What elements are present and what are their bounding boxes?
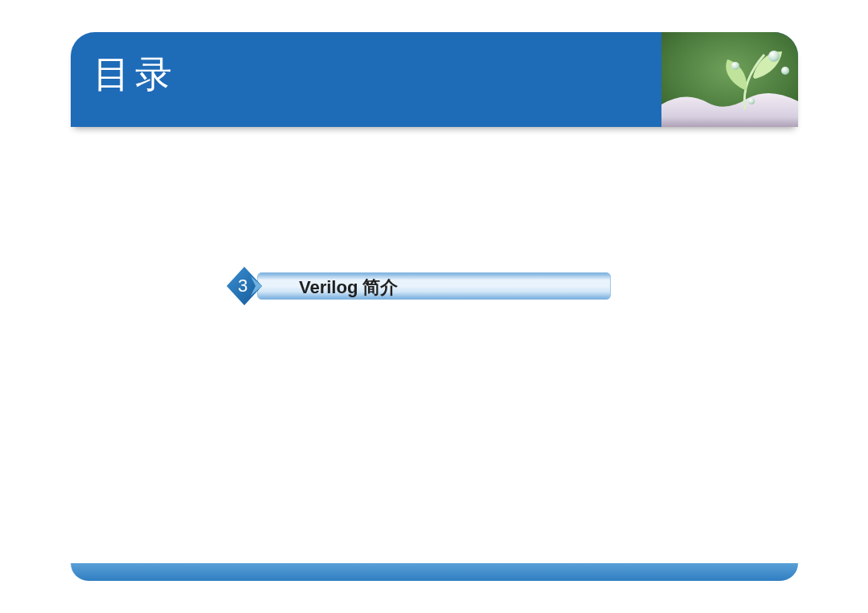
svg-point-2 bbox=[768, 51, 780, 62]
toc-item: 3 Verilog 简介 bbox=[225, 270, 611, 302]
header-bar: 目录 bbox=[71, 32, 798, 127]
footer-bar bbox=[71, 563, 798, 581]
svg-point-3 bbox=[781, 67, 789, 75]
sprout-photo-icon bbox=[661, 32, 798, 127]
toc-item-label: Verilog 简介 bbox=[299, 276, 398, 300]
header-title: 目录 bbox=[93, 50, 177, 100]
header-decorative-image bbox=[661, 32, 798, 127]
svg-point-1 bbox=[731, 62, 739, 70]
svg-point-4 bbox=[748, 98, 755, 104]
toc-item-number: 3 bbox=[225, 265, 267, 307]
